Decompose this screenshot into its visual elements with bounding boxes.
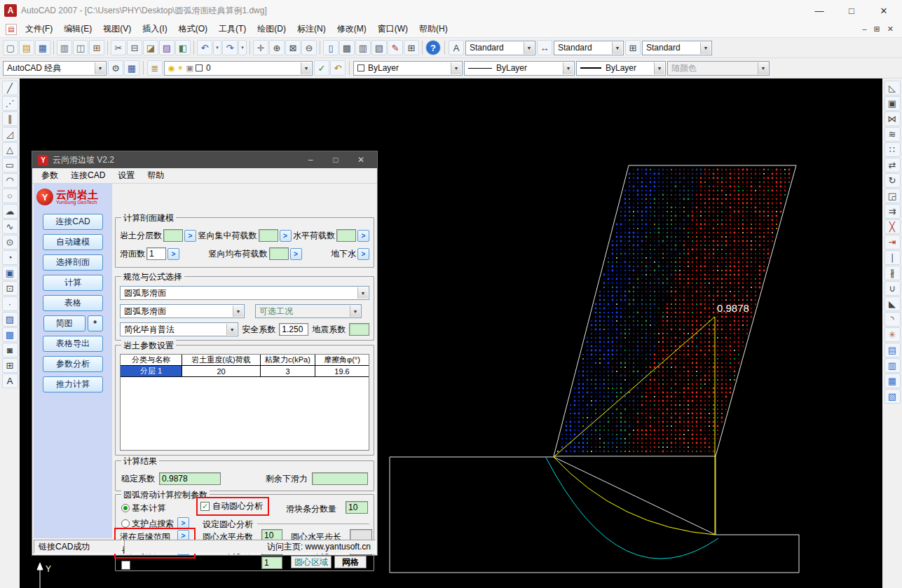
menu-item-2[interactable]: 视图(V) [97,21,137,37]
radio-on-icon[interactable] [121,504,130,512]
match-properties-icon[interactable]: ▨ [159,40,175,55]
slip-shape-combo[interactable]: 圆弧形滑面▼ [120,304,245,318]
close-button[interactable]: ✕ [870,1,898,20]
menu-item-1[interactable]: 编辑(E) [58,21,97,37]
point-icon[interactable]: · [2,296,18,311]
layer-combo[interactable]: ◉ ☀ ▣ 0 ▼ [164,61,313,76]
workspace-settings-icon[interactable]: ⚙ [108,60,123,76]
slip-surfaces-expand-button[interactable]: > [168,248,179,260]
ellipse-arc-icon[interactable]: ◔ [2,250,18,265]
gradient-icon[interactable]: ▩ [2,327,18,342]
plot-icon[interactable]: ▥ [57,40,72,55]
color-combo[interactable]: ByLayer▼ [353,61,463,76]
vertical-distributed-loads-expand-button[interactable]: > [290,248,302,260]
groundwater-expand-button[interactable]: > [357,248,369,260]
make-block-icon[interactable]: ⊡ [2,281,18,296]
search-arc[interactable] [546,458,718,559]
cut-icon[interactable]: ✂ [111,40,126,55]
chevron-down-icon[interactable]: ▼ [233,306,243,317]
checkbox-empty-icon[interactable] [121,561,130,570]
copy-object-icon[interactable]: ▣ [884,96,901,111]
soil-layers-input[interactable] [163,229,183,242]
minimize-button[interactable]: — [805,1,833,20]
save-icon[interactable]: ▦ [35,40,50,55]
rotate-icon[interactable]: ↻ [884,173,901,188]
residual-value[interactable] [312,472,368,485]
undo-icon-dropdown[interactable]: ▾ [213,40,221,55]
chevron-down-icon[interactable]: ▼ [451,62,461,74]
menu-item-10[interactable]: 帮助(H) [414,21,453,37]
copy-icon[interactable]: ⊟ [127,40,142,55]
slip-type-combo[interactable]: 圆弧形滑面▼ [120,286,369,300]
text-style-combo[interactable]: Standard▼ [465,41,535,55]
menu-item-6[interactable]: 绘图(D) [252,21,292,37]
draworder-under-icon[interactable]: ▧ [884,389,901,404]
line-icon[interactable]: ╱ [2,81,18,95]
radius-step-input[interactable]: 1 [261,556,282,569]
side-button-5[interactable]: 简图 [43,315,86,331]
sheetset-manager-icon[interactable]: ▧ [371,40,387,55]
side-button-6[interactable]: 表格导出 [43,336,103,352]
menu-item-5[interactable]: 工具(T) [213,21,252,37]
text-style-icon[interactable]: A [449,40,464,55]
auto-center-checkbox[interactable]: ✓ [200,502,210,511]
soil-layers-expand-button[interactable]: > [184,230,196,242]
slices-input[interactable]: 10 [346,501,368,514]
dialog-minimize-button[interactable]: – [300,155,321,165]
construction-line-icon[interactable]: ⋰ [2,96,18,111]
dialog-menu-item-2[interactable]: 设置 [111,167,141,184]
child-close-icon[interactable]: ✕ [887,25,894,34]
undo-icon[interactable]: ↶ [197,40,212,55]
multiline-icon[interactable]: ∥ [2,111,18,126]
dialog-menu-item-0[interactable]: 参数 [35,167,64,184]
extend-icon[interactable]: ⇥ [884,235,901,249]
horizontal-loads-expand-button[interactable]: > [357,230,369,242]
revision-cloud-icon[interactable]: ☁ [2,204,18,219]
side-button-4[interactable]: 表格 [43,295,103,311]
mirror-icon[interactable]: ⋈ [884,111,901,126]
zoom-window-icon[interactable]: ⊠ [285,40,301,55]
zoom-realtime-icon[interactable]: ⊕ [269,40,285,55]
markup-manager-icon[interactable]: ✎ [388,40,403,55]
region-icon[interactable]: ◙ [2,343,18,357]
chevron-down-icon[interactable]: ▼ [524,42,534,54]
paste-icon[interactable]: ◪ [143,40,158,55]
side-button-7[interactable]: 参数分析 [43,356,103,372]
chevron-down-icon[interactable]: ▼ [357,287,368,299]
polyline-icon[interactable]: ◿ [2,127,18,142]
search-display-checkbox[interactable]: 搜索过程显示 [121,560,183,572]
hatch-icon[interactable]: ▨ [2,312,18,327]
multiline-text-icon[interactable]: A [2,374,18,388]
stretch-icon[interactable]: ⇉ [884,204,901,219]
open-icon[interactable]: ▤ [19,40,34,55]
dialog-menu-item-3[interactable]: 帮助 [141,167,170,184]
linetype-combo[interactable]: ByLayer▼ [464,61,575,76]
menu-item-9[interactable]: 窗口(W) [372,21,414,37]
explode-icon[interactable]: ✳ [884,327,901,342]
zoom-previous-icon[interactable]: ⊖ [301,40,317,55]
offset-icon[interactable]: ≋ [884,127,901,142]
chevron-down-icon[interactable]: ▼ [700,42,711,54]
layer-color-swatch[interactable] [196,64,203,71]
method-combo[interactable]: 简化毕肖普法▼ [120,322,238,336]
sun-icon[interactable]: ☀ [177,64,184,73]
slope-outline[interactable] [554,165,796,456]
block-editor-icon[interactable]: ◧ [175,40,191,55]
rectangle-icon[interactable]: ▭ [2,158,18,172]
designcenter-icon[interactable]: ▩ [339,40,355,55]
menu-item-3[interactable]: 插入(I) [137,21,172,37]
slip-surfaces-input[interactable]: 1 [146,247,166,260]
help-icon[interactable]: ? [425,40,441,55]
stability-value[interactable]: 0.9878 [159,472,221,485]
seismic-input[interactable] [349,323,369,336]
menu-item-7[interactable]: 标注(N) [292,21,332,37]
table-style-combo[interactable]: Standard▼ [642,41,712,55]
redo-icon-dropdown[interactable]: ▾ [238,40,247,55]
soil-table-cell[interactable]: 20 [182,366,261,377]
quickcalc-icon[interactable]: ⊞ [404,40,419,55]
make-current-icon[interactable]: ✓ [314,60,329,76]
tool-palettes-icon[interactable]: ▥ [355,40,371,55]
horizontal-loads-input[interactable] [336,229,356,242]
redo-icon[interactable]: ↷ [222,40,238,55]
draworder-above-icon[interactable]: ▦ [884,374,901,388]
